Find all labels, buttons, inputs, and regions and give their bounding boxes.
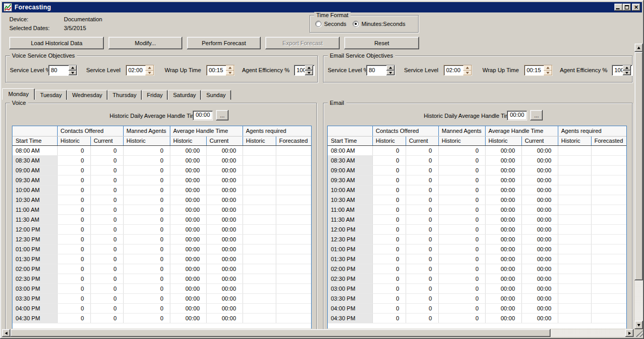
grid-cell[interactable] bbox=[276, 195, 311, 205]
grid-cell[interactable]: 00:00 bbox=[170, 195, 206, 205]
grid-cell[interactable]: 0 bbox=[57, 205, 90, 214]
tab-monday[interactable]: Monday bbox=[2, 88, 35, 100]
grid-cell[interactable]: 00:00 bbox=[206, 165, 243, 175]
grid-cell[interactable]: 0 bbox=[57, 224, 90, 234]
grid-cell[interactable]: 0 bbox=[123, 244, 170, 254]
grid-cell[interactable]: 0 bbox=[372, 283, 406, 293]
grid-cell[interactable] bbox=[243, 283, 276, 293]
grid-cell[interactable]: 00:00 bbox=[206, 234, 243, 244]
grid-cell[interactable] bbox=[558, 165, 591, 175]
spinner-buttons[interactable] bbox=[544, 65, 552, 75]
grid-cell[interactable]: 0 bbox=[90, 283, 123, 293]
spin-up-icon[interactable] bbox=[386, 65, 395, 71]
grid-cell[interactable] bbox=[558, 175, 591, 185]
grid-cell[interactable] bbox=[243, 165, 276, 175]
scroll-up-button[interactable] bbox=[635, 44, 643, 52]
tab-saturday[interactable]: Saturday bbox=[168, 90, 201, 100]
grid-cell[interactable]: 0 bbox=[438, 313, 485, 323]
grid-cell[interactable] bbox=[243, 234, 276, 244]
spinner-buttons[interactable] bbox=[69, 65, 77, 75]
grid-cell[interactable]: 00:00 bbox=[206, 244, 243, 254]
grid-cell[interactable]: 00:00 bbox=[485, 313, 521, 323]
grid-cell[interactable]: 0 bbox=[90, 224, 123, 234]
grid-cell[interactable]: 0 bbox=[406, 313, 438, 323]
grid-cell[interactable]: 0 bbox=[57, 254, 90, 264]
grid-cell[interactable] bbox=[243, 214, 276, 224]
grid-cell[interactable]: 0 bbox=[438, 244, 485, 254]
grid-cell[interactable]: 0 bbox=[123, 254, 170, 264]
grid-cell[interactable]: 0 bbox=[406, 165, 438, 175]
grid-cell[interactable]: 0 bbox=[372, 274, 406, 283]
grid-cell[interactable]: 00:00 bbox=[521, 175, 558, 185]
grid-cell[interactable]: 00:00 bbox=[206, 205, 243, 214]
grid-cell[interactable]: 00:00 bbox=[521, 293, 558, 303]
grid-cell[interactable] bbox=[591, 195, 626, 205]
grid-cell[interactable]: 0 bbox=[123, 313, 170, 323]
grid-cell[interactable]: 0 bbox=[372, 175, 406, 185]
grid-cell[interactable] bbox=[558, 224, 591, 234]
grid-cell[interactable]: 0 bbox=[438, 283, 485, 293]
grid-cell[interactable]: 00:00 bbox=[485, 234, 521, 244]
grid-cell[interactable] bbox=[243, 185, 276, 195]
grid-cell[interactable]: 00:00 bbox=[521, 303, 558, 313]
grid-cell[interactable]: 00:00 bbox=[170, 224, 206, 234]
grid-cell[interactable] bbox=[591, 264, 626, 274]
grid-cell[interactable] bbox=[591, 214, 626, 224]
grid-cell[interactable]: 00:00 bbox=[206, 155, 243, 165]
grid-cell[interactable]: 00:00 bbox=[206, 293, 243, 303]
grid-cell[interactable] bbox=[591, 175, 626, 185]
grid-cell[interactable]: 00:00 bbox=[521, 205, 558, 214]
grid-cell[interactable]: 00:00 bbox=[170, 145, 206, 155]
grid-cell[interactable]: 0 bbox=[90, 205, 123, 214]
grid-cell[interactable] bbox=[276, 293, 311, 303]
grid-cell[interactable]: 0 bbox=[406, 274, 438, 283]
grid-cell[interactable]: 00:00 bbox=[206, 224, 243, 234]
grid-cell[interactable]: 0 bbox=[406, 224, 438, 234]
grid-cell[interactable] bbox=[558, 313, 591, 323]
grid-cell[interactable]: 0 bbox=[57, 165, 90, 175]
grid-cell[interactable]: 0 bbox=[372, 234, 406, 244]
grid-cell[interactable]: 0 bbox=[90, 175, 123, 185]
grid-cell[interactable] bbox=[558, 205, 591, 214]
grid-cell[interactable] bbox=[558, 293, 591, 303]
tab-friday[interactable]: Friday bbox=[142, 90, 168, 100]
grid-cell[interactable] bbox=[591, 254, 626, 264]
grid-cell[interactable] bbox=[276, 155, 311, 165]
grid-cell[interactable]: 0 bbox=[372, 145, 406, 155]
grid-cell[interactable] bbox=[276, 224, 311, 234]
grid-cell[interactable]: 0 bbox=[438, 254, 485, 264]
grid-cell[interactable]: 00:00 bbox=[485, 205, 521, 214]
grid-cell[interactable] bbox=[243, 313, 276, 323]
tab-thursday[interactable]: Thursday bbox=[108, 90, 142, 100]
grid-cell[interactable]: 0 bbox=[438, 205, 485, 214]
grid-cell[interactable]: 0 bbox=[406, 175, 438, 185]
grid-cell[interactable]: 00:00 bbox=[206, 264, 243, 274]
grid-cell[interactable]: 0 bbox=[372, 185, 406, 195]
grid-cell[interactable]: 00:00 bbox=[206, 185, 243, 195]
email-haht-field[interactable]: 00:00 bbox=[507, 111, 527, 120]
grid-cell[interactable]: 00:00 bbox=[521, 234, 558, 244]
grid-cell[interactable] bbox=[558, 145, 591, 155]
grid-cell[interactable]: 0 bbox=[90, 195, 123, 205]
grid-cell[interactable]: 00:00 bbox=[521, 214, 558, 224]
grid-cell[interactable]: 00:00 bbox=[170, 264, 206, 274]
grid-cell[interactable]: 0 bbox=[90, 185, 123, 195]
grid-cell[interactable] bbox=[591, 145, 626, 155]
grid-cell[interactable]: 0 bbox=[57, 313, 90, 323]
spin-up-icon[interactable] bbox=[226, 65, 234, 71]
grid-cell[interactable]: 00:00 bbox=[521, 264, 558, 274]
grid-cell[interactable] bbox=[243, 244, 276, 254]
grid-cell[interactable]: 00:00 bbox=[170, 254, 206, 264]
grid-cell[interactable] bbox=[243, 195, 276, 205]
grid-cell[interactable]: 0 bbox=[57, 195, 90, 205]
grid-cell[interactable] bbox=[558, 264, 591, 274]
grid-cell[interactable]: 0 bbox=[438, 145, 485, 155]
grid-cell[interactable]: 00:00 bbox=[521, 244, 558, 254]
grid-cell[interactable]: 0 bbox=[438, 165, 485, 175]
grid-cell[interactable]: 0 bbox=[57, 155, 90, 165]
grid-cell[interactable]: 00:00 bbox=[206, 283, 243, 293]
grid-cell[interactable]: 0 bbox=[57, 274, 90, 283]
grid-cell[interactable] bbox=[243, 145, 276, 155]
grid-cell[interactable]: 0 bbox=[438, 274, 485, 283]
grid-cell[interactable]: 0 bbox=[90, 313, 123, 323]
